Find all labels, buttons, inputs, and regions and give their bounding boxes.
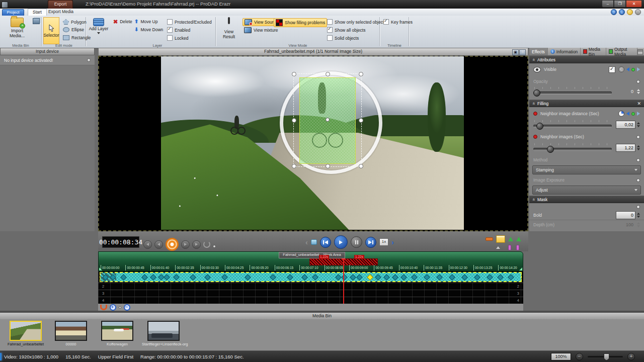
move-down-button[interactable]: ⬇ Move Down — [133, 27, 165, 33]
play-button[interactable] — [334, 235, 348, 249]
zoom-slider[interactable] — [588, 356, 623, 357]
playhead[interactable] — [343, 258, 344, 304]
zoom-level-value[interactable]: 100% — [551, 353, 571, 360]
track-row-4[interactable]: 4 4 — [98, 297, 523, 304]
project-menu-button[interactable]: Project — [2, 9, 24, 16]
frame-indicator-icon[interactable] — [311, 239, 317, 245]
jump-forward-chevron[interactable]: › — [391, 239, 394, 246]
opacity-slider[interactable] — [533, 86, 612, 97]
keyframe-diamond[interactable] — [301, 274, 308, 281]
resize-handle[interactable] — [326, 164, 330, 168]
work-area-marker-icon[interactable] — [486, 237, 493, 241]
scene-houses-thumbnail[interactable] — [55, 321, 87, 341]
add-keyframe-icon[interactable] — [631, 68, 635, 71]
resize-handle[interactable] — [359, 118, 363, 123]
pink-marker-icon[interactable] — [516, 245, 519, 250]
keyframe-diamond[interactable] — [474, 274, 480, 281]
input-device-header[interactable]: Input device — [0, 48, 95, 55]
keyframe-diamond[interactable] — [461, 274, 468, 281]
work-area-tab[interactable]: Fahrrad_unbearbeitet – Work Area — [279, 252, 345, 258]
checkbox-key-frames[interactable]: Key frames — [383, 19, 413, 25]
method-row[interactable]: Method — [529, 155, 644, 164]
checkbox-locked[interactable]: Locked — [167, 35, 188, 41]
view-mixture-button[interactable]: View mixture — [243, 27, 280, 34]
tab-output-media[interactable]: Output Media — [606, 48, 637, 55]
media-bin-item[interactable]: 00000 — [49, 321, 93, 346]
snap-magnet-icon[interactable] — [100, 305, 107, 310]
keyframe-diamond[interactable] — [120, 274, 127, 281]
tab-export[interactable]: Export — [48, 0, 73, 9]
home-icon[interactable] — [635, 9, 641, 15]
keyframe-diamond[interactable] — [270, 274, 276, 281]
add-layer-button[interactable]: Add Layer — [89, 18, 109, 34]
info-icon[interactable]: i — [619, 9, 625, 15]
keyframe-diamond[interactable] — [424, 274, 430, 281]
pause-button[interactable] — [351, 236, 362, 248]
neighbor-distance-spinner[interactable] — [637, 122, 640, 127]
resize-handle[interactable] — [292, 164, 296, 168]
view-result-button[interactable]: View Result — [218, 18, 239, 39]
resize-handle[interactable] — [359, 72, 363, 76]
keyframe-diamond[interactable] — [190, 274, 196, 281]
move-up-button[interactable]: ⬆ Move Up — [133, 19, 159, 25]
go-to-start-button[interactable] — [320, 237, 331, 248]
pink-marker-icon[interactable] — [508, 245, 511, 250]
keyframe-diamond[interactable] — [375, 274, 382, 281]
keyframe-diamond[interactable] — [497, 274, 504, 281]
keyframe-diamond[interactable] — [150, 274, 156, 281]
zoom-out-button[interactable]: − — [576, 353, 583, 360]
neighbor-distance-slider[interactable] — [533, 120, 612, 130]
keyframe-diamond[interactable] — [342, 274, 348, 281]
marker-in-icon[interactable] — [508, 237, 513, 241]
keyframe-diamond[interactable] — [436, 274, 443, 281]
checkbox-show-only-selected[interactable]: Show only selected objects — [327, 19, 386, 25]
selection-center-handle[interactable] — [326, 118, 330, 122]
neighbor-images-thumb[interactable] — [547, 146, 554, 153]
resize-handle[interactable] — [359, 164, 363, 168]
resize-handle[interactable] — [292, 118, 296, 123]
keyframe-diamond[interactable] — [173, 274, 180, 281]
keyframe-diamond[interactable] — [449, 274, 455, 281]
panel-menu-icon[interactable] — [637, 49, 643, 55]
expand-up-icon[interactable] — [496, 246, 500, 249]
marker-next2-button[interactable] — [192, 240, 201, 249]
tab-effects[interactable]: Effects — [529, 48, 548, 55]
loop-icon[interactable] — [203, 241, 210, 248]
keyframe-diamond[interactable] — [508, 274, 514, 281]
keyframe-diamond[interactable] — [400, 274, 407, 281]
media-bin-header[interactable]: Media Bin — [0, 313, 644, 320]
keyframe-dot-icon[interactable] — [636, 80, 640, 83]
keyframe-diamond[interactable] — [383, 274, 390, 281]
keyframe-panel-icon[interactable] — [496, 235, 505, 243]
marker-out-icon[interactable] — [516, 237, 521, 241]
neighbor-images-spinner[interactable] — [637, 145, 640, 150]
prev-keyframe-icon[interactable] — [626, 112, 629, 116]
neighbor-images-slider[interactable] — [533, 143, 612, 153]
media-bin-item[interactable]: Fahrrad_unbearbeitet — [4, 321, 47, 346]
selector-tool-button[interactable]: Selector — [43, 17, 59, 44]
pie-progress-icon[interactable] — [618, 111, 624, 117]
keyframe-diamond[interactable] — [487, 274, 493, 281]
preview-collapse-icon[interactable]: « — [519, 49, 526, 55]
visible-checkbox[interactable] — [609, 66, 615, 73]
timeline-zoom-out-icon[interactable] — [124, 304, 130, 311]
delete-layer-button[interactable]: ✖ Delete — [112, 19, 134, 25]
tab-start[interactable]: Start — [28, 9, 47, 16]
checkbox-protected-excluded[interactable]: Protected/Excluded — [167, 19, 212, 25]
tab-media-bin[interactable]: Media Bin — [581, 48, 606, 55]
media-bin-item[interactable]: Startflieger+Linsenfleck-org — [142, 321, 185, 346]
track-row-3[interactable]: 3 3 — [98, 290, 523, 297]
section-header-filling[interactable]: « Filling ✕ — [529, 100, 644, 107]
scene-airport-thumbnail[interactable] — [147, 321, 180, 341]
scene-path-thumbnail[interactable] — [10, 321, 42, 341]
filling-close-icon[interactable]: ✕ — [637, 101, 641, 106]
section-header-mask[interactable]: « Mask — [529, 196, 644, 203]
checkbox-enabled[interactable]: Enabled — [167, 27, 190, 33]
keyframe-diamond[interactable] — [350, 274, 356, 281]
prev-keyframe-icon[interactable] — [626, 67, 629, 71]
keyframe-diamond[interactable] — [141, 274, 148, 281]
keyframe-dot-icon[interactable] — [636, 158, 640, 162]
media-view-toggle-button[interactable] — [31, 18, 41, 25]
playback-speed-button[interactable]: 1x — [379, 238, 388, 246]
keyframe-diamond[interactable] — [335, 274, 342, 281]
